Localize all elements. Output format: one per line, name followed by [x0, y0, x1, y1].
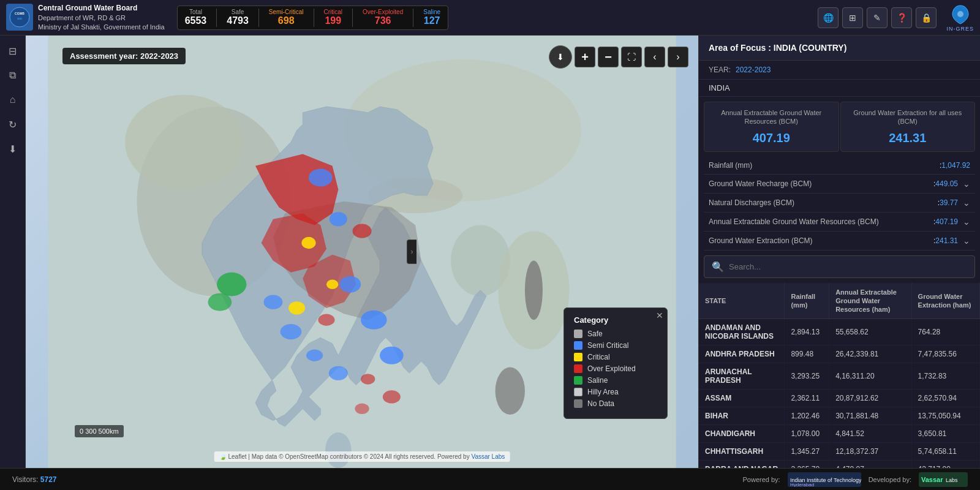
prev-btn[interactable]: ‹	[644, 47, 665, 67]
gw-extraction-row[interactable]: Ground Water Extraction (BCM) : 241.31 ⌄	[704, 232, 975, 251]
map-area[interactable]: Assessment year: 2022-2023 ⬇ + − ⛶ ‹ › ✕…	[26, 36, 698, 468]
svg-point-28	[281, 324, 302, 339]
powered-by-section: Powered by: Indian Institute of Technolo…	[743, 472, 968, 487]
data-table: STATE Rainfall (mm) Annual Extractable G…	[699, 283, 980, 468]
natural-discharge-chevron: ⌄	[963, 198, 970, 208]
panel-collapse-toggle[interactable]: ›	[407, 239, 417, 264]
gw-recharge-chevron: ⌄	[963, 179, 970, 189]
help-icon-btn[interactable]: ❓	[891, 7, 912, 28]
grid-icon-btn[interactable]: ⊞	[842, 7, 863, 28]
svg-point-14	[339, 276, 361, 293]
bottom-bar: Visitors: 5727 Powered by: Indian Instit…	[0, 468, 980, 490]
legend-over-exploited: Over Exploited	[574, 364, 657, 373]
download-map-btn[interactable]: ⬇	[549, 45, 572, 69]
table-body: ANDAMAN AND NICOBAR ISLANDS2,894.1355,65…	[699, 319, 980, 468]
map-controls: ⬇ + − ⛶ ‹ ›	[549, 45, 688, 69]
gw-extraction-chevron: ⌄	[963, 236, 970, 246]
next-btn[interactable]: ›	[668, 47, 688, 67]
svg-point-25	[383, 390, 401, 403]
legend-no-data: No Data	[574, 399, 657, 408]
svg-text:Labs: Labs	[946, 477, 958, 483]
table-header: STATE Rainfall (mm) Annual Extractable G…	[699, 283, 980, 319]
divider5	[413, 9, 413, 27]
info-rows: Rainfall (mm) : 1,047.92 Ground Water Re…	[699, 157, 980, 251]
left-sidebar: ⊟ ⧉ ⌂ ↻ ⬇	[0, 36, 26, 468]
country-badge: INDIA	[699, 80, 980, 97]
stat-semi-critical: Semi-Critical 698	[269, 9, 304, 26]
svg-point-7	[125, 95, 243, 190]
table-row[interactable]: BIHAR1,202.4630,71,881.4813,75,050.94	[699, 407, 980, 425]
annual-extractable-card: Annual Extractable Ground Water Resource…	[704, 102, 839, 152]
scale-bar: 0 300 500km	[75, 425, 124, 437]
svg-point-31	[525, 261, 543, 320]
table-row[interactable]: ANDHRA PRADESH899.4826,42,339.817,47,835…	[699, 345, 980, 363]
annual-extractable-row[interactable]: Annual Extractable Ground Water Resource…	[704, 213, 975, 232]
download-sidebar-icon[interactable]: ⬇	[4, 140, 22, 158]
table-header-row: STATE Rainfall (mm) Annual Extractable G…	[699, 283, 980, 319]
divider4	[352, 9, 353, 27]
legend-hilly-area: Hilly Area	[574, 388, 657, 396]
table-row[interactable]: ASSAM2,362.1120,87,912.622,62,570.94	[699, 390, 980, 407]
divider3	[314, 9, 314, 27]
stat-safe: Safe 4793	[227, 9, 249, 26]
table-row[interactable]: DADRA AND NAGAR2,265.704,470.0742,717.00	[699, 461, 980, 468]
legend-critical: Critical	[574, 353, 657, 361]
assessment-badge: Assessment year: 2022-2023	[62, 48, 186, 64]
rainfall-row[interactable]: Rainfall (mm) : 1,047.92	[704, 157, 975, 175]
svg-point-21	[208, 293, 232, 311]
legend-title: Category	[574, 315, 657, 325]
col-annual-extractable: Annual Extractable Ground Water Resource…	[829, 283, 911, 319]
col-state: STATE	[699, 283, 785, 319]
svg-point-24	[361, 374, 375, 384]
divider1	[216, 9, 217, 27]
zoom-in-btn[interactable]: +	[575, 47, 595, 67]
gw-extraction-card: Ground Water Extraction for all uses (BC…	[840, 102, 976, 152]
svg-point-26	[355, 404, 369, 414]
top-bar: CGWB GOI Central Ground Water Board Depa…	[0, 0, 980, 36]
svg-point-20	[217, 273, 246, 296]
edit-icon-btn[interactable]: ✎	[867, 7, 888, 28]
ingres-logo: IN-GRES	[946, 4, 974, 32]
year-row: YEAR: 2022-2023	[699, 61, 980, 80]
globe-icon-btn[interactable]: 🌐	[818, 7, 839, 28]
stat-over-exploited: Over-Exploited 736	[363, 9, 403, 26]
table-row[interactable]: ARUNACHAL PRADESH3,293.254,16,311.201,73…	[699, 363, 980, 390]
legend-safe: Safe	[574, 330, 657, 338]
lock-icon-btn[interactable]: 🔒	[916, 7, 937, 28]
stat-critical: Critical 199	[324, 9, 343, 26]
col-gw-extraction: Ground Water Extraction (ham)	[911, 283, 979, 319]
visitors-section: Visitors: 5727	[12, 475, 57, 484]
search-bar[interactable]: 🔍	[704, 255, 975, 278]
legend-close-btn[interactable]: ✕	[656, 311, 663, 320]
svg-point-3	[957, 11, 963, 17]
search-input[interactable]	[729, 262, 967, 271]
frame-btn[interactable]: ⛶	[621, 47, 642, 67]
filter-icon[interactable]: ⊟	[4, 42, 22, 60]
svg-point-17	[301, 237, 315, 249]
svg-point-23	[318, 314, 334, 326]
stats-bar: Total 6553 Safe 4793 Semi-Critical 698 C…	[177, 6, 448, 30]
table-container[interactable]: STATE Rainfall (mm) Annual Extractable G…	[699, 283, 980, 468]
org-text: Central Ground Water Board Department of…	[38, 3, 165, 32]
svg-point-13	[330, 212, 347, 226]
gw-recharge-row[interactable]: Ground Water Recharge (BCM) : 449.05 ⌄	[704, 175, 975, 194]
zoom-out-btn[interactable]: −	[598, 47, 619, 67]
layers-icon[interactable]: ⧉	[4, 66, 22, 85]
svg-point-12	[309, 169, 333, 187]
svg-point-29	[306, 350, 323, 361]
main-content: ⊟ ⧉ ⌂ ↻ ⬇	[0, 36, 980, 468]
natural-discharge-row[interactable]: Natural Discharges (BCM) : 39.77 ⌄	[704, 194, 975, 213]
rotate-icon[interactable]: ↻	[4, 115, 22, 134]
legend-semi-critical: Semi Critical	[574, 341, 657, 350]
table-row[interactable]: CHANDIGARH1,078.004,841.523,650.81	[699, 425, 980, 443]
home-icon[interactable]: ⌂	[4, 91, 22, 109]
table-row[interactable]: CHHATTISGARH1,345.2712,18,372.375,74,658…	[699, 443, 980, 461]
svg-text:Hyderabad: Hyderabad	[790, 482, 814, 487]
svg-point-27	[263, 295, 282, 309]
table-row[interactable]: ANDAMAN AND NICOBAR ISLANDS2,894.1355,65…	[699, 319, 980, 345]
svg-text:Vassar: Vassar	[921, 476, 943, 483]
col-rainfall: Rainfall (mm)	[785, 283, 829, 319]
legend-saline: Saline	[574, 376, 657, 385]
stats-cards: Annual Extractable Ground Water Resource…	[699, 97, 980, 157]
svg-point-15	[361, 311, 387, 330]
